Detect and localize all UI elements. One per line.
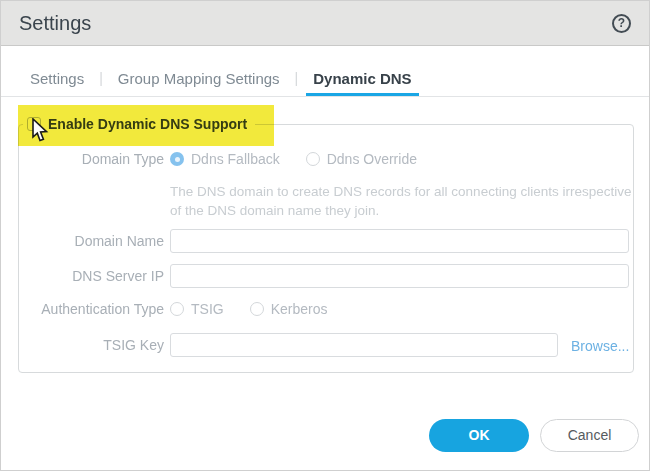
- dialog-title: Settings: [19, 1, 91, 45]
- domain-type-options: Ddns Fallback Ddns Override: [170, 151, 443, 167]
- settings-dialog: Settings ? Settings | Group Mapping Sett…: [0, 0, 650, 471]
- ddns-override-label: Ddns Override: [327, 151, 417, 167]
- kerberos-radio[interactable]: [250, 302, 264, 316]
- tab-group-mapping-settings[interactable]: Group Mapping Settings: [111, 70, 287, 96]
- tab-bar: Settings | Group Mapping Settings | Dyna…: [1, 63, 649, 97]
- enable-dynamic-dns-checkbox[interactable]: [27, 117, 41, 131]
- description-line-2: of the DNS domain name they join.: [170, 201, 640, 220]
- tsig-key-label: TSIG Key: [26, 337, 164, 353]
- domain-name-input[interactable]: [170, 229, 629, 253]
- authentication-type-options: TSIG Kerberos: [170, 301, 353, 317]
- enable-dynamic-dns-label: Enable Dynamic DNS Support: [48, 116, 247, 132]
- ddns-fallback-label: Ddns Fallback: [191, 151, 280, 167]
- ok-button[interactable]: OK: [429, 419, 529, 452]
- dialog-header: Settings ?: [1, 1, 649, 46]
- tsig-label: TSIG: [191, 301, 224, 317]
- domain-name-label: Domain Name: [26, 233, 164, 249]
- dns-server-ip-input[interactable]: [170, 264, 629, 288]
- tab-dynamic-dns[interactable]: Dynamic DNS: [306, 70, 418, 96]
- tab-separator: |: [91, 70, 111, 96]
- kerberos-label: Kerberos: [271, 301, 328, 317]
- tab-separator: |: [287, 70, 307, 96]
- enable-dynamic-dns-legend: Enable Dynamic DNS Support: [23, 112, 255, 136]
- dns-server-ip-label: DNS Server IP: [26, 268, 164, 284]
- domain-type-label: Domain Type: [26, 151, 164, 167]
- tab-settings[interactable]: Settings: [23, 70, 91, 96]
- domain-type-description: The DNS domain to create DNS records for…: [170, 182, 640, 220]
- ddns-fallback-radio[interactable]: [170, 152, 184, 166]
- cancel-button[interactable]: Cancel: [540, 419, 639, 452]
- description-line-1: The DNS domain to create DNS records for…: [170, 182, 640, 201]
- ddns-override-radio[interactable]: [306, 152, 320, 166]
- tsig-radio[interactable]: [170, 302, 184, 316]
- help-icon[interactable]: ?: [612, 14, 631, 33]
- browse-link[interactable]: Browse...: [571, 338, 629, 354]
- tsig-key-input[interactable]: [170, 333, 558, 357]
- authentication-type-label: Authentication Type: [26, 301, 164, 317]
